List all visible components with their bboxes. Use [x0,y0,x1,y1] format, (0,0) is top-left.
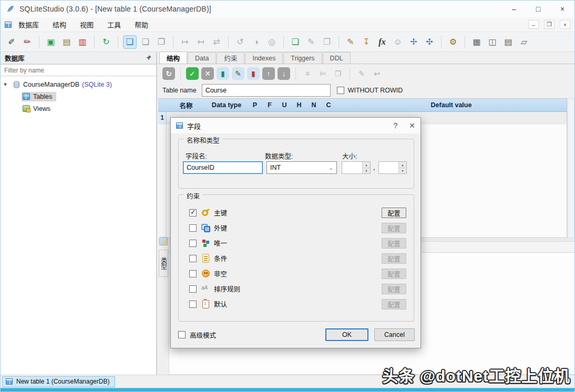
expand-all-icon[interactable]: ✣ [423,35,436,49]
menu-tools[interactable]: 工具 [100,19,128,29]
move-column-down-icon[interactable]: ↓ [278,67,290,80]
convert-database-icon[interactable]: ⇄ [210,35,223,49]
settings-icon[interactable]: ⚙ [446,35,460,49]
dialog-close-button[interactable]: ✕ [409,121,415,130]
rollback-structure-icon[interactable]: ✕ [201,67,214,80]
not-null-configure-button[interactable]: 配置 [382,269,406,279]
tree-row-database[interactable]: ▾ CourseManagerDB (SQLite 3) [1,78,156,90]
foreign-key-configure-button[interactable]: 配置 [382,223,406,233]
mdi-minimize-button[interactable]: – [528,20,539,29]
grid-vertical-scrollbar[interactable] [568,98,574,238]
primary-key-configure-button[interactable]: 配置 [382,208,406,218]
collate-checkbox[interactable] [189,285,197,293]
tree-row-views[interactable]: Views [1,102,156,115]
export-window-icon[interactable]: ❐ [155,35,168,49]
add-column-icon[interactable]: ▮ [217,67,229,80]
grid-header-u[interactable]: U [277,101,292,109]
grid-header-c[interactable]: C [321,101,336,109]
refresh-table-icon[interactable]: ↻ [162,67,175,80]
maximize-button[interactable]: □ [526,1,550,17]
disconnect-database-icon[interactable]: ✏ [20,35,34,49]
new-table-icon[interactable]: ✎ [344,35,357,49]
close-button[interactable]: × [550,1,574,17]
collapse-all-icon[interactable]: ✢ [407,35,420,49]
check-configure-button[interactable]: 配置 [382,253,406,264]
open-sql-editor-icon[interactable]: ❏ [123,35,137,49]
tab-indexes[interactable]: Indexes [245,52,283,64]
not-null-checkbox[interactable] [189,270,197,277]
custom-functions-icon[interactable]: fx [375,35,389,49]
remove-database-icon[interactable]: ▥ [76,35,89,49]
spin-down-icon[interactable]: ▾ [399,168,406,174]
field-name-input[interactable] [183,161,263,174]
tab-structure[interactable]: 结构 [159,51,187,64]
import-icon[interactable]: ↤ [194,35,208,49]
grid-header-name[interactable]: 名称 [167,100,206,110]
menu-database[interactable]: 数据库 [12,19,46,29]
collations-icon[interactable]: ☺ [391,35,405,49]
copy-columns-icon[interactable]: ❐ [332,67,344,80]
side-tab-type[interactable]: 类型 [159,250,168,277]
table-constraints-icon[interactable]: ≡ [301,67,314,80]
new-window-icon[interactable]: ❏ [139,35,152,49]
import-table-data-icon[interactable]: ↧ [360,35,373,49]
move-column-up-icon[interactable]: ↑ [262,67,275,80]
mdi-rows-icon[interactable]: ▤ [501,35,515,49]
menu-structure[interactable]: 结构 [46,19,73,29]
pin-icon[interactable] [146,55,152,61]
spin-down-icon[interactable]: ▾ [363,168,370,174]
collate-configure-button[interactable]: 配置 [382,284,406,294]
mdi-columns-icon[interactable]: ◫ [486,35,499,49]
edit-database-icon[interactable]: ▤ [60,35,74,49]
integrity-check-icon[interactable]: ◑ [249,35,263,49]
connect-database-icon[interactable]: ✐ [5,35,18,49]
spin-up-icon[interactable]: ▴ [363,162,370,168]
grid-header-n[interactable]: N [306,101,321,109]
dialog-help-button[interactable]: ? [393,121,397,130]
attach-database-icon[interactable]: ◎ [265,35,279,49]
restore-window-icon[interactable]: ❏ [289,35,302,49]
size-spinner-1[interactable]: ▴▾ [342,161,371,174]
delete-column-icon[interactable]: ▮ [247,67,260,80]
unique-configure-button[interactable]: 配置 [382,238,406,249]
cut-columns-icon[interactable]: ✄ [316,67,329,80]
default-configure-button[interactable]: 配置 [382,299,406,310]
ok-button[interactable]: OK [325,328,368,341]
default-checkbox[interactable] [189,301,197,308]
export-icon[interactable]: ↦ [178,35,192,49]
menu-help[interactable]: 帮助 [128,19,155,29]
taskbar-item[interactable]: New table 1 (CourseManagerDB) [2,376,115,387]
grid-header-datatype[interactable]: Data type [206,101,248,109]
mdi-tile-icon[interactable]: ▦ [470,35,484,49]
tab-constraints[interactable]: 约束 [217,52,244,64]
close-window-icon[interactable]: ❐ [320,35,334,49]
cancel-button[interactable]: Cancel [374,328,415,341]
data-type-combo[interactable]: INT ⌄ [266,161,337,174]
undo-structure-icon[interactable]: ↩ [371,67,383,80]
edit-ddl-icon[interactable]: ✎ [355,67,368,80]
table-name-input[interactable] [202,84,331,97]
refresh-schema-icon[interactable]: ↻ [99,35,113,49]
tab-ddl[interactable]: DDL [323,52,351,64]
expander-icon[interactable]: ▾ [1,81,10,88]
mdi-restore-button[interactable]: ❐ [544,20,555,29]
edit-column-icon[interactable]: ✎ [232,67,244,80]
spin-up-icon[interactable]: ▴ [399,162,406,168]
add-database-icon[interactable]: ▣ [44,35,58,49]
grid-header-h[interactable]: H [292,101,306,109]
mdi-cascade-icon[interactable]: ▱ [517,35,531,49]
grid-header-p[interactable]: P [248,101,262,109]
vacuum-icon[interactable]: ↺ [233,35,247,49]
advanced-mode-checkbox[interactable] [178,331,186,338]
tab-triggers[interactable]: Triggers [283,52,322,64]
without-rowid-checkbox[interactable] [337,87,344,94]
tree-row-tables[interactable]: Tables [1,90,156,102]
mdi-close-button[interactable]: × [560,20,570,29]
unique-checkbox[interactable] [189,240,197,247]
grid-header-default[interactable]: Default value [336,101,567,109]
foreign-key-checkbox[interactable] [189,224,197,232]
size-spinner-2[interactable]: ▴▾ [378,161,407,174]
filter-input[interactable] [1,64,156,76]
grid-header-f[interactable]: F [262,101,277,109]
tab-data[interactable]: Data [188,52,216,64]
